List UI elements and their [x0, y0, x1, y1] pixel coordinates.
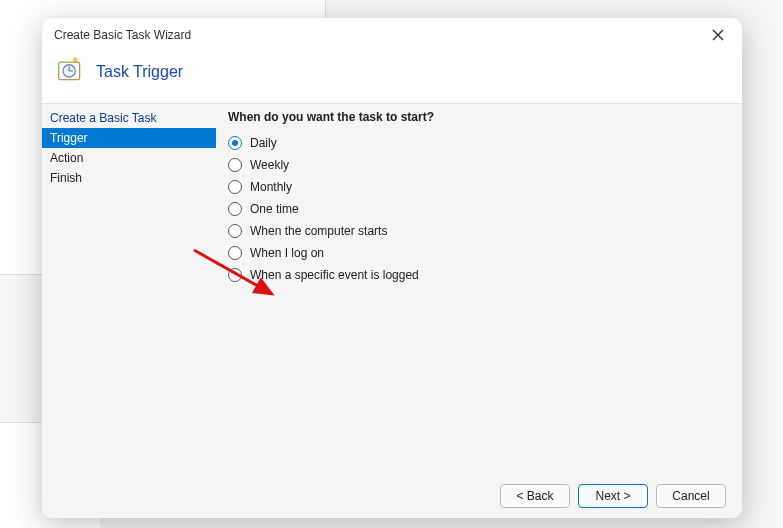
sidebar-item-label: Create a Basic Task — [50, 111, 157, 125]
radio-label: When a specific event is logged — [250, 268, 419, 282]
sidebar-item-action[interactable]: Action — [42, 148, 216, 168]
radio-label: Weekly — [250, 158, 289, 172]
sidebar-item-finish[interactable]: Finish — [42, 168, 216, 188]
sidebar-item-label: Action — [50, 151, 83, 165]
sidebar-item-create-basic-task[interactable]: Create a Basic Task — [42, 108, 216, 128]
radio-log-on[interactable]: When I log on — [228, 246, 730, 260]
radio-icon — [228, 246, 242, 260]
window-title: Create Basic Task Wizard — [54, 28, 191, 42]
radio-label: When the computer starts — [250, 224, 387, 238]
radio-daily[interactable]: Daily — [228, 136, 730, 150]
sidebar-item-label: Trigger — [50, 131, 88, 145]
radio-one-time[interactable]: One time — [228, 202, 730, 216]
wizard-header: Task Trigger — [42, 52, 742, 103]
sidebar: Create a Basic Task Trigger Action Finis… — [42, 104, 216, 474]
radio-label: Monthly — [250, 180, 292, 194]
cancel-button[interactable]: Cancel — [656, 484, 726, 508]
radio-icon — [228, 224, 242, 238]
radio-label: Daily — [250, 136, 277, 150]
close-icon — [712, 29, 724, 41]
clock-icon — [56, 56, 84, 87]
sidebar-item-label: Finish — [50, 171, 82, 185]
radio-icon — [228, 180, 242, 194]
content: When do you want the task to start? Dail… — [216, 104, 742, 474]
radio-icon — [228, 136, 242, 150]
radio-weekly[interactable]: Weekly — [228, 158, 730, 172]
radio-event-logged[interactable]: When a specific event is logged — [228, 268, 730, 282]
radio-icon — [228, 268, 242, 282]
page-title: Task Trigger — [96, 63, 183, 81]
radio-monthly[interactable]: Monthly — [228, 180, 730, 194]
radio-computer-starts[interactable]: When the computer starts — [228, 224, 730, 238]
back-button[interactable]: < Back — [500, 484, 570, 508]
wizard-dialog: Create Basic Task Wizard Task Trigger Cr… — [42, 18, 742, 518]
prompt-text: When do you want the task to start? — [228, 110, 730, 124]
radio-icon — [228, 202, 242, 216]
footer: < Back Next > Cancel — [42, 474, 742, 518]
radio-label: When I log on — [250, 246, 324, 260]
close-button[interactable] — [706, 23, 730, 47]
next-button[interactable]: Next > — [578, 484, 648, 508]
wizard-body: Create a Basic Task Trigger Action Finis… — [42, 103, 742, 474]
sidebar-item-trigger[interactable]: Trigger — [42, 128, 216, 148]
radio-label: One time — [250, 202, 299, 216]
radio-icon — [228, 158, 242, 172]
titlebar: Create Basic Task Wizard — [42, 18, 742, 52]
